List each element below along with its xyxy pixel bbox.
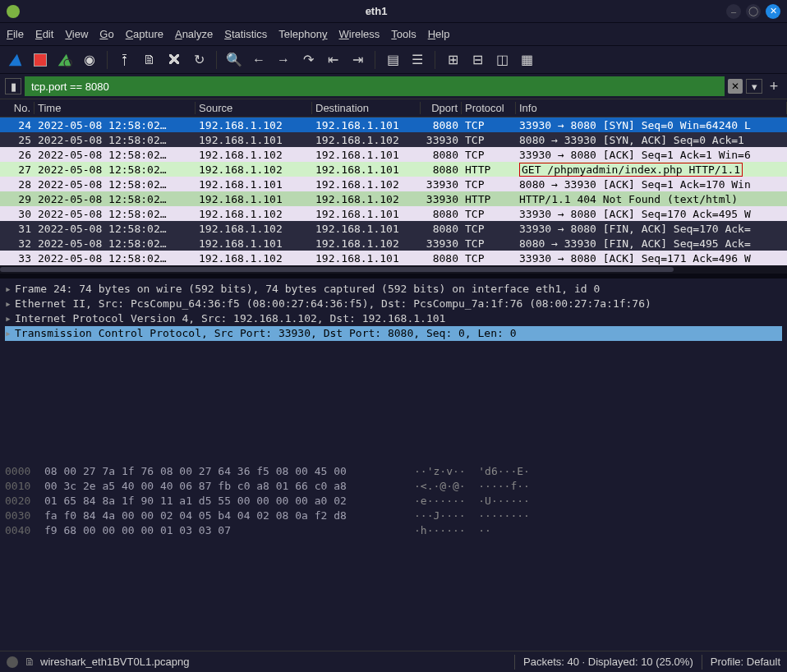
go-back-button[interactable]: ← bbox=[248, 49, 269, 71]
col-info[interactable]: Info bbox=[516, 102, 787, 114]
status-packets: Packets: 40 · Displayed: 10 (25.0%) bbox=[523, 656, 693, 668]
status-filename: wireshark_eth1BVT0L1.pcapng bbox=[40, 656, 189, 668]
hex-row[interactable]: 002001 65 84 8a 1f 90 11 a1 d5 55 00 00 … bbox=[5, 494, 782, 509]
status-profile[interactable]: Profile: Default bbox=[711, 656, 780, 668]
app-icon bbox=[7, 5, 20, 18]
auto-scroll-button[interactable]: ☰ bbox=[407, 49, 428, 71]
menu-analyze[interactable]: Analyze bbox=[175, 28, 213, 40]
packet-scrollbar[interactable] bbox=[0, 265, 787, 274]
packet-row[interactable]: 332022-05-08 12:58:02…192.168.1.102192.1… bbox=[0, 251, 787, 265]
col-destination[interactable]: Destination bbox=[312, 102, 421, 114]
menu-tools[interactable]: Tools bbox=[391, 28, 416, 40]
display-filter-input[interactable] bbox=[25, 76, 725, 96]
reload-button[interactable]: ↻ bbox=[188, 49, 209, 71]
add-filter-button[interactable]: + bbox=[766, 78, 782, 94]
packet-row[interactable]: 312022-05-08 12:58:02…192.168.1.102192.1… bbox=[0, 221, 787, 236]
detail-ip[interactable]: ▸Internet Protocol Version 4, Src: 192.1… bbox=[5, 311, 782, 326]
go-first-button[interactable]: ⇤ bbox=[322, 49, 343, 71]
find-packet-button[interactable]: 🔍 bbox=[223, 49, 245, 71]
maximize-button[interactable]: ◯ bbox=[746, 4, 761, 19]
expert-info-icon[interactable] bbox=[7, 656, 18, 668]
packet-row[interactable]: 262022-05-08 12:58:02…192.168.1.102192.1… bbox=[0, 147, 787, 162]
packet-bytes[interactable]: 000008 00 27 7a 1f 76 08 00 27 64 36 f5 … bbox=[0, 459, 787, 543]
detail-tcp[interactable]: ▸Transmission Control Protocol, Src Port… bbox=[5, 326, 782, 341]
col-time[interactable]: Time bbox=[35, 102, 196, 114]
col-protocol[interactable]: Protocol bbox=[462, 102, 516, 114]
colorize-button[interactable]: ▤ bbox=[382, 49, 403, 71]
col-no[interactable]: No. bbox=[0, 102, 35, 114]
close-file-button[interactable]: 🗙 bbox=[163, 49, 185, 71]
menu-telephony[interactable]: Telephony bbox=[278, 28, 327, 40]
col-source[interactable]: Source bbox=[196, 102, 312, 114]
file-icon: 🗎 bbox=[25, 656, 35, 668]
go-to-packet-button[interactable]: ↷ bbox=[297, 49, 319, 71]
close-button[interactable]: ✕ bbox=[766, 4, 780, 19]
zoom-in-button[interactable]: ⊞ bbox=[442, 49, 463, 71]
resize-columns-button[interactable]: ▦ bbox=[516, 49, 537, 71]
packet-row[interactable]: 322022-05-08 12:58:02…192.168.1.101192.1… bbox=[0, 236, 787, 251]
menu-view[interactable]: View bbox=[65, 28, 88, 40]
packet-row[interactable]: 292022-05-08 12:58:02…192.168.1.101192.1… bbox=[0, 191, 787, 206]
shark-fin-icon[interactable] bbox=[5, 49, 26, 71]
go-last-button[interactable]: ⇥ bbox=[347, 49, 368, 71]
detail-frame[interactable]: ▸Frame 24: 74 bytes on wire (592 bits), … bbox=[5, 282, 782, 297]
menu-capture[interactable]: Capture bbox=[126, 28, 163, 40]
menu-statistics[interactable]: Statistics bbox=[224, 28, 267, 40]
menu-file[interactable]: File bbox=[7, 28, 24, 40]
hex-row[interactable]: 0040f9 68 00 00 00 00 01 03 03 07·h·····… bbox=[5, 523, 782, 538]
menu-edit[interactable]: Edit bbox=[35, 28, 53, 40]
go-forward-button[interactable]: → bbox=[273, 49, 294, 71]
packet-row[interactable]: 242022-05-08 12:58:02…192.168.1.102192.1… bbox=[0, 117, 787, 132]
detail-ethernet[interactable]: ▸Ethernet II, Src: PcsCompu_64:36:f5 (08… bbox=[5, 297, 782, 311]
save-file-button[interactable]: 🗎 bbox=[139, 49, 160, 71]
menu-help[interactable]: Help bbox=[428, 28, 450, 40]
filter-bookmark-icon[interactable]: ▮ bbox=[5, 78, 21, 94]
apply-filter-button[interactable]: ▾ bbox=[746, 79, 762, 94]
zoom-reset-button[interactable]: ◫ bbox=[491, 49, 513, 71]
titlebar: eth1 – ◯ ✕ bbox=[0, 0, 787, 23]
col-dport[interactable]: Dport bbox=[421, 102, 462, 114]
open-file-button[interactable]: ⭱ bbox=[114, 49, 136, 71]
packet-row[interactable]: 302022-05-08 12:58:02…192.168.1.102192.1… bbox=[0, 206, 787, 221]
menu-go[interactable]: Go bbox=[99, 28, 113, 40]
filter-bar: ▮ ✕ ▾ + bbox=[0, 74, 787, 99]
packet-list-header[interactable]: No. Time Source Destination Dport Protoc… bbox=[0, 99, 787, 117]
toolbar: ◉ ⭱ 🗎 🗙 ↻ 🔍 ← → ↷ ⇤ ⇥ ▤ ☰ ⊞ ⊟ ◫ ▦ bbox=[0, 46, 787, 74]
packet-list[interactable]: No. Time Source Destination Dport Protoc… bbox=[0, 99, 787, 265]
packet-row[interactable]: 272022-05-08 12:58:02…192.168.1.102192.1… bbox=[0, 162, 787, 177]
stop-capture-button[interactable] bbox=[30, 49, 51, 71]
window-title: eth1 bbox=[26, 5, 726, 17]
packet-row[interactable]: 282022-05-08 12:58:02…192.168.1.101192.1… bbox=[0, 177, 787, 191]
packet-details[interactable]: ▸Frame 24: 74 bytes on wire (592 bits), … bbox=[0, 278, 787, 344]
menubar: File Edit View Go Capture Analyze Statis… bbox=[0, 23, 787, 46]
hex-row[interactable]: 000008 00 27 7a 1f 76 08 00 27 64 36 f5 … bbox=[5, 464, 782, 479]
clear-filter-button[interactable]: ✕ bbox=[728, 79, 743, 94]
hex-row[interactable]: 001000 3c 2e a5 40 00 40 06 87 fb c0 a8 … bbox=[5, 479, 782, 494]
hex-row[interactable]: 0030fa f0 84 4a 00 00 02 04 05 b4 04 02 … bbox=[5, 509, 782, 523]
minimize-button[interactable]: – bbox=[726, 4, 741, 19]
restart-capture-button[interactable] bbox=[54, 49, 76, 71]
zoom-out-button[interactable]: ⊟ bbox=[467, 49, 488, 71]
capture-options-button[interactable]: ◉ bbox=[79, 49, 100, 71]
menu-wireless[interactable]: Wireless bbox=[339, 28, 380, 40]
status-bar: 🗎 wireshark_eth1BVT0L1.pcapng Packets: 4… bbox=[0, 651, 787, 672]
packet-row[interactable]: 252022-05-08 12:58:02…192.168.1.101192.1… bbox=[0, 132, 787, 147]
